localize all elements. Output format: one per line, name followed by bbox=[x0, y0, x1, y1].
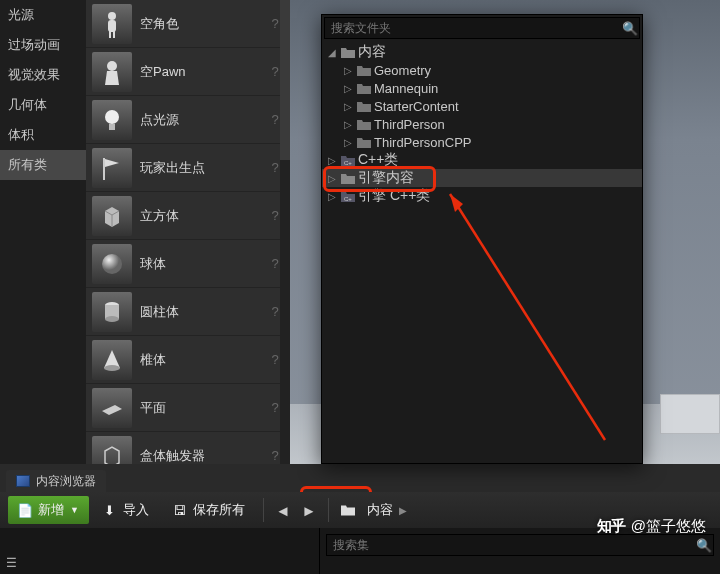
svg-rect-7 bbox=[103, 158, 105, 180]
search-icon: 🔍 bbox=[621, 19, 639, 37]
folder-icon bbox=[356, 99, 372, 113]
actor-cube[interactable]: 立方体 ? bbox=[86, 192, 290, 240]
expand-arrow-icon[interactable]: ▷ bbox=[326, 191, 338, 202]
svg-text:C+: C+ bbox=[344, 160, 352, 166]
svg-rect-2 bbox=[109, 31, 111, 38]
actor-label: 玩家出生点 bbox=[140, 159, 258, 177]
filter-icon[interactable]: ☰ bbox=[6, 556, 17, 570]
tree-label: 内容 bbox=[358, 43, 386, 61]
cpp-folder-icon: C+ bbox=[340, 189, 356, 203]
expand-arrow-icon[interactable]: ▷ bbox=[342, 137, 354, 148]
button-label: 新增 bbox=[38, 501, 64, 519]
actor-list[interactable]: 空角色 ? 空Pawn ? 点光源 ? 玩家出生点 ? 立方体 ? 球体 ? bbox=[86, 0, 290, 464]
tree-root-cpp[interactable]: ▷ C+ C++类 bbox=[322, 151, 642, 169]
expand-arrow-icon[interactable]: ▷ bbox=[342, 119, 354, 130]
add-new-button[interactable]: 📄 新增 ▼ bbox=[8, 496, 89, 524]
svg-point-0 bbox=[108, 12, 116, 20]
collapse-arrow-icon[interactable]: ◢ bbox=[326, 47, 338, 58]
zhihu-logo: 知乎 bbox=[597, 517, 625, 536]
svg-text:C+: C+ bbox=[344, 196, 352, 202]
nav-back-button[interactable]: ◄ bbox=[272, 499, 294, 521]
tab-label: 内容浏览器 bbox=[36, 473, 96, 490]
scrollbar[interactable] bbox=[280, 0, 290, 464]
chevron-right-icon: ▶ bbox=[399, 505, 407, 516]
actor-cone[interactable]: 椎体 ? bbox=[86, 336, 290, 384]
breadcrumb[interactable]: 内容 ▶ bbox=[367, 501, 407, 519]
collection-search-input[interactable] bbox=[327, 538, 695, 552]
tree-label: StarterContent bbox=[374, 99, 459, 114]
search-icon: 🔍 bbox=[695, 536, 713, 554]
tree-root-content[interactable]: ◢ 内容 bbox=[322, 43, 642, 61]
category-all-classes[interactable]: 所有类 bbox=[0, 150, 86, 180]
actor-plane[interactable]: 平面 ? bbox=[86, 384, 290, 432]
tree-label: ThirdPersonCPP bbox=[374, 135, 472, 150]
svg-rect-3 bbox=[113, 31, 115, 38]
tree-item-geometry[interactable]: ▷ Geometry bbox=[322, 61, 642, 79]
actor-player-start[interactable]: 玩家出生点 ? bbox=[86, 144, 290, 192]
category-geometry[interactable]: 几何体 bbox=[0, 90, 86, 120]
watermark-user: @篮子悠悠 bbox=[631, 517, 706, 536]
category-list: 光源 过场动画 视觉效果 几何体 体积 所有类 bbox=[0, 0, 86, 464]
import-button[interactable]: ⬇ 导入 bbox=[93, 496, 159, 524]
actor-empty-character[interactable]: 空角色 ? bbox=[86, 0, 290, 48]
separator bbox=[263, 498, 264, 522]
tree-label: 引擎 C++类 bbox=[358, 187, 430, 205]
actor-trigger-box[interactable]: 盒体触发器 ? bbox=[86, 432, 290, 464]
actor-sphere[interactable]: 球体 ? bbox=[86, 240, 290, 288]
folder-tree[interactable]: ◢ 内容 ▷ Geometry ▷ Mannequin ▷ StarterCon… bbox=[322, 41, 642, 463]
folder-icon bbox=[340, 503, 356, 517]
tree-item-thirdperson[interactable]: ▷ ThirdPerson bbox=[322, 115, 642, 133]
light-icon bbox=[92, 100, 132, 140]
folder-search[interactable]: 🔍 bbox=[324, 17, 640, 39]
content-browser-tab[interactable]: 内容浏览器 bbox=[6, 470, 106, 492]
folder-icon bbox=[356, 135, 372, 149]
expand-arrow-icon[interactable]: ▷ bbox=[326, 173, 338, 184]
collection-search[interactable]: 🔍 bbox=[326, 534, 714, 556]
sources-panel bbox=[0, 528, 320, 574]
tree-item-mannequin[interactable]: ▷ Mannequin bbox=[322, 79, 642, 97]
content-browser-icon bbox=[16, 475, 30, 487]
svg-rect-1 bbox=[108, 20, 116, 32]
tree-root-engine-content[interactable]: ▷ 引擎内容 bbox=[322, 169, 642, 187]
expand-arrow-icon[interactable]: ▷ bbox=[342, 101, 354, 112]
tree-item-thirdpersoncpp[interactable]: ▷ ThirdPersonCPP bbox=[322, 133, 642, 151]
actor-label: 空角色 bbox=[140, 15, 258, 33]
category-light[interactable]: 光源 bbox=[0, 0, 86, 30]
folder-icon bbox=[356, 63, 372, 77]
tree-label: Mannequin bbox=[374, 81, 438, 96]
actor-label: 椎体 bbox=[140, 351, 258, 369]
svg-point-12 bbox=[104, 365, 120, 371]
category-cinematic[interactable]: 过场动画 bbox=[0, 30, 86, 60]
button-label: 导入 bbox=[123, 501, 149, 519]
show-sources-button[interactable] bbox=[337, 499, 359, 521]
tree-root-engine-cpp[interactable]: ▷ C+ 引擎 C++类 bbox=[322, 187, 642, 205]
viewport-mesh bbox=[660, 394, 720, 434]
plane-icon bbox=[92, 388, 132, 428]
folder-icon bbox=[356, 117, 372, 131]
folder-icon bbox=[356, 81, 372, 95]
cylinder-icon bbox=[92, 292, 132, 332]
category-vfx[interactable]: 视觉效果 bbox=[0, 60, 86, 90]
actor-point-light[interactable]: 点光源 ? bbox=[86, 96, 290, 144]
folder-search-input[interactable] bbox=[325, 21, 621, 35]
folder-icon bbox=[340, 171, 356, 185]
breadcrumb-root[interactable]: 内容 bbox=[367, 501, 393, 519]
import-icon: ⬇ bbox=[103, 503, 117, 517]
cone-icon bbox=[92, 340, 132, 380]
expand-arrow-icon[interactable]: ▷ bbox=[326, 155, 338, 166]
actor-label: 圆柱体 bbox=[140, 303, 258, 321]
category-volume[interactable]: 体积 bbox=[0, 120, 86, 150]
tree-label: 引擎内容 bbox=[358, 169, 414, 187]
actor-cylinder[interactable]: 圆柱体 ? bbox=[86, 288, 290, 336]
save-all-button[interactable]: 🖫 保存所有 bbox=[163, 496, 255, 524]
nav-forward-button[interactable]: ► bbox=[298, 499, 320, 521]
expand-arrow-icon[interactable]: ▷ bbox=[342, 65, 354, 76]
filter-bar[interactable]: ☰ bbox=[6, 556, 17, 570]
sphere-icon bbox=[92, 244, 132, 284]
pawn-icon bbox=[92, 52, 132, 92]
expand-arrow-icon[interactable]: ▷ bbox=[342, 83, 354, 94]
actor-empty-pawn[interactable]: 空Pawn ? bbox=[86, 48, 290, 96]
tree-item-startercontent[interactable]: ▷ StarterContent bbox=[322, 97, 642, 115]
svg-point-11 bbox=[105, 316, 119, 322]
folder-tree-panel: 🔍 ◢ 内容 ▷ Geometry ▷ Mannequin ▷ StarterC… bbox=[321, 14, 643, 464]
